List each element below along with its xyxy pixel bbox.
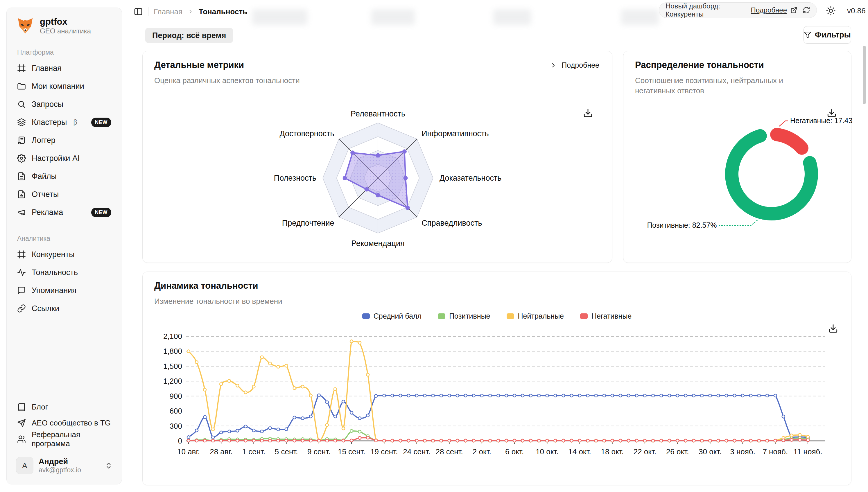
download-icon[interactable]: [583, 108, 593, 118]
blurred-element: [371, 9, 415, 25]
search-icon: [17, 100, 26, 108]
card-subtitle: Изменение тональности во времени: [154, 296, 282, 306]
sidebar-section-label: Платформа: [17, 49, 114, 56]
divider: [148, 7, 148, 16]
x-axis-label: 1 сент.: [242, 447, 266, 456]
sidebar-item-label: AEO сообщество в TG: [32, 419, 111, 427]
x-axis-label: 10 окт.: [536, 447, 559, 456]
sidebar-item-label: Ссылки: [32, 304, 59, 313]
user-card[interactable]: A Андрей avk@gptfox.io: [14, 454, 114, 476]
breadcrumb-current: Тональность: [199, 7, 247, 16]
legend-swatch: [506, 313, 514, 319]
report-icon: [17, 190, 26, 199]
gptfox-logo-icon: [16, 17, 34, 35]
banner-text: Новый дашборд: Конкуренты: [666, 2, 747, 18]
details-link[interactable]: Подробнее: [550, 61, 599, 69]
sidebar-item-ссылки[interactable]: Ссылки: [14, 299, 114, 317]
breadcrumb-root[interactable]: Главная: [154, 7, 182, 16]
sidebar-item-главная[interactable]: Главная: [14, 59, 114, 77]
legend-label: Позитивные: [449, 312, 490, 320]
donut-callout-negative: Негативные: 17.43%: [790, 117, 852, 125]
card-sentiment-distribution: Распределение тональности Соотношение по…: [623, 51, 851, 263]
x-axis-label: 24 сент.: [403, 447, 430, 456]
new-badge: NEW: [91, 208, 111, 217]
download-icon[interactable]: [827, 108, 837, 118]
x-axis-label: 28 сент.: [436, 447, 463, 456]
sidebar-footer-item-book[interactable]: Блог: [14, 399, 114, 415]
blurred-element: [252, 9, 307, 25]
sidebar-item-мои-компании[interactable]: Мои компании: [14, 77, 114, 95]
blurred-element: [621, 9, 659, 25]
sidebar-item-label: Кластеры: [32, 118, 67, 127]
card-title: Динамика тональности: [154, 280, 258, 291]
sidebar-item-кластеры[interactable]: КластерыβNEW: [14, 113, 114, 131]
x-axis-label: 22 окт.: [634, 447, 656, 456]
theme-sun-icon[interactable]: [826, 6, 836, 16]
sidebar-item-логгер[interactable]: Логгер: [14, 131, 114, 149]
sidebar-item-label: Файлы: [32, 172, 57, 181]
legend-item-нейтральные[interactable]: Нейтральные: [506, 312, 564, 320]
sidebar-item-label: Главная: [32, 64, 61, 73]
sidebar-toggle-icon[interactable]: [133, 7, 143, 16]
frame-icon: [17, 64, 26, 73]
send-icon: [17, 419, 26, 427]
sidebar-item-настройки-ai[interactable]: Настройки AI: [14, 149, 114, 167]
y-axis-label: 2,100: [163, 332, 182, 341]
chevrons-up-down-icon[interactable]: [105, 462, 113, 469]
x-axis-label: 15 сент.: [338, 447, 365, 456]
radar-axis-label: Справедливость: [422, 219, 482, 227]
external-link-icon[interactable]: [790, 7, 797, 14]
sidebar-item-конкуренты[interactable]: Конкуренты: [14, 245, 114, 264]
sidebar-item-файлы[interactable]: Файлы: [14, 167, 114, 185]
megaphone-icon: [17, 208, 26, 217]
sidebar-item-label: Тональность: [32, 268, 78, 277]
sidebar-item-label: Настройки AI: [32, 154, 80, 163]
legend-swatch: [362, 313, 370, 319]
legend-label: Нейтральные: [518, 312, 564, 320]
x-axis-label: 9 сент.: [307, 447, 330, 456]
sidebar-item-label: Реферальная программа: [32, 430, 111, 448]
line-chart: 03006009001,2001,5001,8002,10010 авг.28 …: [143, 324, 852, 484]
donut-callout-positive: Позитивные: 82.57%: [647, 221, 717, 229]
sidebar-item-отчеты[interactable]: Отчеты: [14, 185, 114, 203]
legend-swatch: [438, 313, 445, 319]
file-icon: [17, 172, 26, 181]
sidebar-item-запросы[interactable]: Запросы: [14, 95, 114, 113]
legend-item-средний-балл[interactable]: Средний балл: [362, 312, 422, 320]
sidebar-item-реклама[interactable]: РекламаNEW: [14, 203, 114, 221]
x-axis-label: 19 сент.: [370, 447, 398, 456]
banner-more-link[interactable]: Подробнее: [751, 6, 787, 14]
scrollbar-thumb[interactable]: [863, 46, 866, 104]
sidebar-item-label: Конкуренты: [32, 250, 75, 259]
blurred-element: [493, 9, 531, 25]
card-subtitle: Оценка различных аспектов тональности: [154, 75, 300, 86]
y-axis-label: 900: [170, 392, 182, 400]
filters-button[interactable]: Фильтры: [803, 26, 851, 44]
sidebar-footer-item-users[interactable]: Реферальная программа: [14, 431, 114, 447]
funnel-icon: [804, 31, 811, 39]
sidebar-footer: БлогAEO сообщество в TGРеферальная прогр…: [14, 399, 114, 447]
link-icon: [17, 304, 26, 313]
legend-item-позитивные[interactable]: Позитивные: [438, 312, 490, 320]
y-axis-label: 300: [170, 422, 182, 430]
card-detailed-metrics: Детальные метрики Оценка различных аспек…: [142, 51, 612, 263]
sidebar-item-label: Мои компании: [32, 82, 84, 91]
sidebar-item-упоминания[interactable]: Упоминания: [14, 281, 114, 299]
sidebar-item-тональность[interactable]: Тональность: [14, 264, 114, 281]
y-axis-label: 1,500: [163, 362, 182, 371]
legend-swatch: [580, 313, 588, 319]
sidebar-item-label: Отчеты: [32, 190, 59, 199]
legend-item-негативные[interactable]: Негативные: [580, 312, 631, 320]
details-link-label: Подробнее: [562, 61, 599, 69]
folder-icon: [17, 82, 26, 91]
user-name: Андрей: [39, 457, 81, 466]
sidebar-footer-item-send[interactable]: AEO сообщество в TG: [14, 415, 114, 431]
activity-icon: [17, 268, 26, 277]
x-axis-label: 7 нояб.: [763, 447, 788, 456]
x-axis-label: 6 окт.: [505, 447, 524, 456]
sidebar-section-label: Аналитика: [17, 235, 114, 243]
frame-icon: [17, 250, 26, 259]
y-axis-label: 1,800: [163, 347, 182, 355]
refresh-icon[interactable]: [803, 6, 810, 14]
new-dashboard-banner: Новый дашборд: Конкуренты Подробнее: [659, 2, 817, 18]
